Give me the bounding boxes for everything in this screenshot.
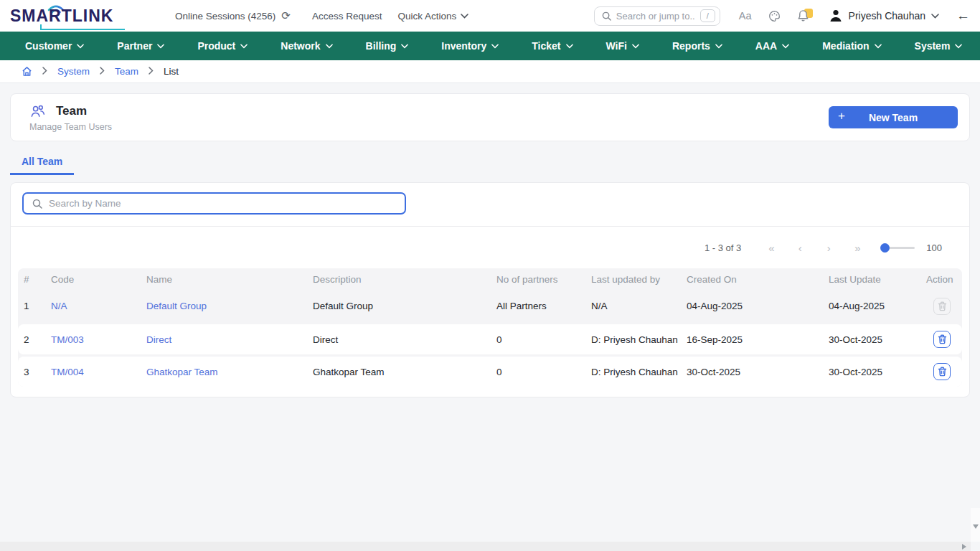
smartlink-logo[interactable]: SMARTLINK	[10, 3, 131, 29]
logo-text: SMARTLINK	[10, 6, 113, 26]
breadcrumb-team[interactable]: Team	[115, 66, 138, 77]
online-sessions[interactable]: Online Sessions (4256) ⟳	[175, 9, 291, 22]
nav-item-product[interactable]: Product	[181, 32, 264, 60]
nav-item-partner[interactable]: Partner	[100, 32, 181, 60]
global-search-input[interactable]: Search or jump to... /	[594, 6, 720, 26]
delete-button	[933, 298, 951, 315]
nav-item-customer[interactable]: Customer	[9, 32, 100, 60]
chevron-down-icon	[931, 14, 939, 19]
font-size-toggle[interactable]: Aa	[739, 10, 752, 22]
nav-item-wifi[interactable]: WiFi	[590, 32, 656, 60]
cell-code-link[interactable]: TM/003	[45, 334, 141, 345]
breadcrumb-list: List	[164, 66, 179, 77]
team-table: #CodeNameDescriptionNo of partnersLast u…	[18, 268, 962, 387]
page-header-card: Team Manage Team Users + New Team	[10, 93, 970, 141]
back-arrow-icon[interactable]: ←	[956, 8, 970, 24]
column-header: Last Update	[823, 274, 920, 285]
table-row: 2 TM/003 Direct Direct 0 D: Priyesh Chau…	[18, 324, 962, 354]
column-header: No of partners	[491, 274, 585, 285]
cell-code-link[interactable]: N/A	[45, 301, 141, 311]
tab-all-team[interactable]: All Team	[10, 151, 74, 175]
column-header: Created On	[681, 274, 823, 285]
chevron-down-icon	[157, 44, 164, 49]
cell-name-link[interactable]: Ghatkopar Team	[141, 367, 307, 377]
nav-item-billing[interactable]: Billing	[349, 32, 425, 60]
user-menu[interactable]: Priyesh Chauhan	[829, 9, 939, 23]
nav-item-network[interactable]: Network	[264, 32, 349, 60]
horizontal-scrollbar[interactable]	[0, 542, 971, 551]
cell-created-on: 16-Sep-2025	[681, 334, 823, 345]
cell-last-update: 30-Oct-2025	[823, 334, 920, 345]
cell-description: Default Group	[307, 301, 491, 311]
last-page-icon[interactable]: »	[843, 242, 872, 254]
trash-icon	[938, 367, 947, 377]
trash-icon	[938, 301, 947, 311]
scroll-right-arrow[interactable]	[962, 544, 966, 550]
cell-updated-by: D: Priyesh Chauhan	[585, 367, 681, 377]
cell-name-link[interactable]: Direct	[141, 334, 307, 345]
main-nav: Customer Partner Product Network Billing…	[0, 32, 980, 60]
cell-partners: 0	[491, 334, 585, 345]
chevron-down-icon	[632, 44, 639, 49]
content-area: Team Manage Team Users + New Team All Te…	[0, 83, 980, 408]
name-search-field[interactable]	[22, 192, 406, 215]
tab-bar: All Team	[10, 151, 970, 175]
vertical-scrollbar[interactable]	[971, 508, 980, 542]
table-body: 1 N/A Default Group Default Group All Pa…	[18, 290, 962, 387]
pagination-range: 1 - 3 of 3	[705, 242, 741, 253]
nav-item-mediation[interactable]: Mediation	[806, 32, 897, 60]
cell-updated-by: N/A	[585, 301, 681, 311]
nav-item-system[interactable]: System	[898, 32, 979, 60]
breadcrumb: System Team List	[0, 60, 980, 83]
first-page-icon[interactable]: «	[757, 242, 786, 254]
chevron-down-icon	[875, 44, 882, 49]
notifications-bell-icon[interactable]	[797, 9, 810, 22]
breadcrumb-separator-icon	[100, 67, 105, 77]
logo-tick	[40, 24, 42, 30]
column-header: Description	[307, 274, 491, 285]
column-header: Name	[141, 274, 307, 285]
breadcrumb-system[interactable]: System	[57, 66, 90, 77]
nav-item-ticket[interactable]: Ticket	[515, 32, 589, 60]
chevron-down-icon	[566, 44, 573, 49]
theme-palette-icon[interactable]	[768, 10, 781, 22]
delete-button[interactable]	[933, 331, 951, 348]
slider-track	[882, 247, 915, 249]
chevron-down-icon	[782, 44, 789, 49]
avatar-icon	[829, 9, 843, 23]
nav-item-aaa[interactable]: AAA	[739, 32, 806, 60]
online-sessions-label: Online Sessions (4256)	[175, 11, 275, 22]
column-header: Last updated by	[585, 274, 681, 285]
page-title: Team	[56, 104, 87, 118]
pagination: 1 - 3 of 3 « ‹ › » 100	[11, 227, 969, 254]
name-search-input[interactable]	[49, 198, 396, 209]
cell-description: Ghatkopar Team	[307, 367, 491, 377]
column-header: Action	[920, 274, 963, 285]
page-size-slider[interactable]	[882, 247, 915, 249]
nav-item-reports[interactable]: Reports	[656, 32, 739, 60]
nav-item-inventory[interactable]: Inventory	[425, 32, 515, 60]
home-icon[interactable]	[22, 66, 32, 77]
next-page-icon[interactable]: ›	[814, 242, 843, 254]
search-icon	[32, 199, 42, 209]
cell-name-link[interactable]: Default Group	[141, 301, 307, 311]
cell-partners: 0	[491, 367, 585, 377]
top-header: SMARTLINK Online Sessions (4256) ⟳ Acces…	[0, 0, 980, 32]
access-request-link[interactable]: Access Request	[312, 11, 382, 22]
new-team-button[interactable]: + New Team	[829, 106, 958, 128]
refresh-icon[interactable]: ⟳	[281, 9, 291, 22]
column-header: #	[18, 274, 45, 285]
cell-number: 1	[18, 301, 45, 311]
quick-actions-menu[interactable]: Quick Actions	[397, 11, 468, 22]
column-header: Code	[45, 274, 141, 285]
chevron-down-icon	[955, 44, 962, 49]
page-size-value: 100	[926, 242, 942, 253]
slider-handle[interactable]	[880, 243, 890, 253]
table-row: 1 N/A Default Group Default Group All Pa…	[18, 290, 962, 322]
cell-code-link[interactable]: TM/004	[45, 367, 141, 377]
scroll-down-arrow[interactable]	[973, 524, 979, 529]
prev-page-icon[interactable]: ‹	[786, 242, 814, 254]
cell-created-on: 30-Oct-2025	[681, 367, 823, 377]
cell-number: 3	[18, 367, 45, 377]
delete-button[interactable]	[933, 363, 951, 380]
